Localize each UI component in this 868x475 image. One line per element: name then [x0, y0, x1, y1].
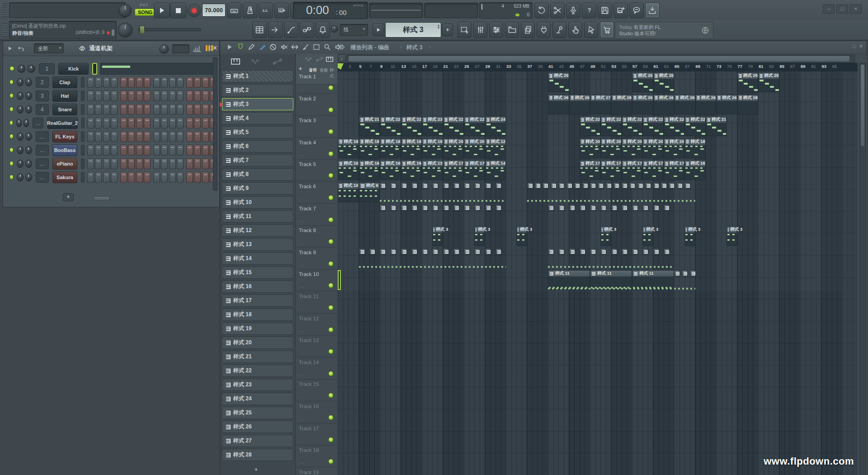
pattern-item[interactable]: 样式 14 — [222, 252, 293, 265]
channel-preview[interactable] — [100, 63, 217, 75]
metronome-button[interactable] — [243, 3, 257, 18]
pattern-item[interactable]: 样式 15 — [222, 266, 293, 279]
step-cell[interactable] — [136, 90, 143, 101]
pattern-clip[interactable]: 样式 3 — [726, 226, 737, 246]
step-cell[interactable] — [153, 118, 160, 128]
step-cell[interactable] — [128, 90, 135, 101]
step-cell[interactable] — [87, 158, 94, 169]
channel-number[interactable]: ... — [36, 145, 49, 156]
play-button[interactable] — [154, 3, 170, 18]
step-cell[interactable] — [136, 158, 143, 169]
track-options[interactable]: ... — [300, 130, 305, 135]
pattern-clip[interactable]: 样式 11 — [590, 270, 632, 290]
channel-name-button[interactable]: RealGuitar_2 — [47, 117, 78, 129]
mini-clip[interactable] — [569, 204, 575, 211]
track-header-11[interactable]: Track 11 ... — [296, 291, 337, 314]
pattern-item[interactable]: 样式 8 — [222, 168, 293, 180]
pattern-clip[interactable]: 样式 25 — [548, 72, 569, 92]
step-cell[interactable] — [111, 118, 118, 128]
pattern-clip[interactable]: 样式 20 — [464, 138, 485, 158]
step-cell[interactable] — [153, 104, 160, 115]
pattern-clip[interactable]: 样式 11 — [632, 270, 674, 290]
pattern-clip[interactable]: 样式 11 — [548, 270, 590, 290]
undo-history-button[interactable] — [534, 3, 549, 18]
pattern-item[interactable]: 样式 27 — [222, 435, 293, 447]
mini-clip[interactable] — [464, 182, 470, 189]
track-mute-led[interactable] — [328, 239, 334, 244]
mini-clip[interactable] — [401, 204, 407, 211]
copy-docs-button[interactable] — [521, 22, 535, 38]
channel-led[interactable] — [9, 175, 14, 180]
step-cell[interactable] — [194, 131, 201, 142]
pan-knob[interactable] — [17, 133, 24, 141]
track-header-12[interactable]: Track 12 ... — [296, 314, 337, 336]
pan-knob[interactable] — [17, 78, 24, 86]
channel-number[interactable]: ... — [33, 118, 43, 128]
pattern-clip[interactable]: 样式 18 — [380, 138, 401, 158]
mini-clip[interactable] — [411, 204, 417, 211]
pattern-prev-button[interactable] — [373, 24, 384, 36]
mini-clip[interactable] — [443, 248, 449, 255]
step-cell[interactable] — [103, 158, 110, 169]
pattern-clip[interactable]: 样式 3 — [474, 226, 485, 246]
pattern-item[interactable]: 样式 13 — [222, 238, 293, 251]
mini-clip[interactable] — [637, 182, 643, 189]
track-mute-led[interactable] — [328, 305, 334, 310]
rack-display-box[interactable] — [172, 44, 189, 53]
step-cell[interactable] — [144, 104, 151, 115]
pattern-clip[interactable]: 样式 17 — [443, 160, 464, 180]
track-mute-led[interactable] — [328, 151, 334, 157]
step-cell[interactable] — [95, 77, 102, 88]
step-cell[interactable] — [202, 145, 209, 156]
pattern-clip[interactable]: 样式 22 — [642, 116, 664, 136]
step-cell[interactable] — [153, 158, 160, 169]
pan-knob[interactable] — [18, 65, 26, 73]
mini-clip[interactable] — [474, 204, 480, 211]
pattern-clip[interactable]: 样式 26 — [632, 95, 653, 114]
track-options[interactable]: ... — [300, 394, 305, 399]
rack-swing-knob[interactable] — [160, 44, 169, 53]
pattern-clip[interactable]: 样式 25 — [632, 72, 653, 92]
track-mute-led[interactable] — [328, 393, 334, 398]
pattern-clip[interactable]: 样式 22 — [600, 116, 622, 136]
step-cell[interactable] — [169, 90, 176, 101]
step-cell[interactable] — [111, 77, 118, 88]
step-cell[interactable] — [186, 118, 193, 128]
pattern-clip[interactable]: 样式 22 — [380, 116, 401, 136]
mini-clip[interactable] — [582, 182, 588, 189]
mini-clip[interactable] — [600, 248, 606, 255]
volume-knob[interactable] — [25, 173, 32, 181]
mini-clip[interactable] — [569, 248, 575, 255]
graph-view-icon[interactable] — [193, 45, 201, 52]
save-button[interactable] — [598, 3, 612, 18]
step-cell[interactable] — [161, 172, 168, 183]
mute-tool-tool[interactable] — [280, 43, 288, 53]
track-options[interactable]: ... — [300, 196, 305, 201]
track-header-7[interactable]: Track 7 ... — [296, 204, 337, 226]
pattern-clip[interactable]: 样式 21 — [706, 116, 727, 136]
step-cell[interactable] — [186, 104, 193, 115]
step-cell[interactable] — [186, 77, 193, 88]
channel-name-button[interactable]: BooBass — [52, 144, 77, 156]
mini-clip[interactable] — [690, 270, 696, 276]
pattern-clip[interactable]: 样式 16 — [338, 160, 359, 180]
mini-clip[interactable] — [574, 182, 580, 189]
step-cell[interactable] — [161, 77, 168, 88]
step-cell[interactable] — [120, 172, 127, 183]
mini-clip[interactable] — [474, 182, 480, 189]
mini-clip[interactable] — [590, 204, 596, 211]
pattern-clip[interactable]: 样式 16 — [359, 160, 380, 180]
playlist-maximize-icon[interactable]: □ — [853, 43, 856, 49]
channel-name-button[interactable]: ePiano — [52, 158, 77, 170]
oscilloscope-left[interactable] — [369, 3, 423, 18]
track-header-17[interactable]: Track 17 ... — [296, 423, 337, 446]
channel-select-indicator[interactable] — [81, 145, 85, 156]
track-mute-led[interactable] — [328, 459, 334, 464]
pattern-clip[interactable]: 样式 18 — [359, 138, 380, 158]
channel-led[interactable] — [9, 107, 14, 112]
pattern-item[interactable]: 样式 21 — [222, 351, 293, 363]
pattern-clip[interactable]: 样式 3 — [642, 226, 653, 246]
step-cell[interactable] — [169, 131, 176, 142]
magnet-tool[interactable] — [236, 43, 245, 53]
pattern-clip[interactable]: 样式 17 — [622, 160, 643, 180]
